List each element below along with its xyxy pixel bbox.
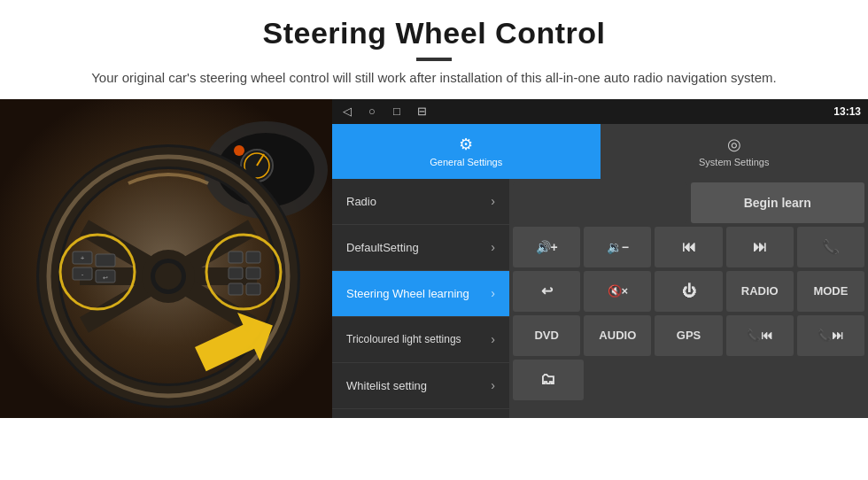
clock: 13:13 <box>833 105 861 118</box>
power-button[interactable]: ⏻ <box>655 271 722 312</box>
vol-down-icon: 🔉− <box>607 240 629 254</box>
ctrl-row-3: DVD AUDIO GPS 📞⏮ 📞⏭ <box>513 315 864 356</box>
dvd-button[interactable]: DVD <box>513 315 580 356</box>
menu-item-tricoloured-label: Tricoloured light settings <box>346 333 461 345</box>
mode-button[interactable]: MODE <box>797 271 864 312</box>
menu-list: Radio › DefaultSetting › Steering Wheel … <box>332 179 509 418</box>
svg-rect-29 <box>246 252 260 263</box>
svg-point-6 <box>234 145 244 156</box>
folder-icon: 🗂 <box>540 370 556 389</box>
tel-next-icon: 📞⏭ <box>818 329 843 342</box>
mute-icon: 🔇× <box>608 284 629 298</box>
next-track-button[interactable]: ⏭ <box>726 227 794 267</box>
header-description: Your original car's steering wheel contr… <box>18 68 850 89</box>
menu-item-radio-label: Radio <box>346 195 376 208</box>
content-area: Radio › DefaultSetting › Steering Wheel … <box>332 179 868 418</box>
tab-bar: ⚙ General Settings ◎ System Settings <box>332 124 868 179</box>
audio-button[interactable]: AUDIO <box>584 315 651 356</box>
menu-item-steering[interactable]: Steering Wheel learning › <box>332 271 509 317</box>
chevron-icon: › <box>491 194 495 208</box>
menu-item-default[interactable]: DefaultSetting › <box>332 225 509 271</box>
header-divider <box>416 58 452 61</box>
page-title: Steering Wheel Control <box>18 16 850 50</box>
prev-track-button[interactable]: ⏮ <box>655 227 722 267</box>
tab-system-settings[interactable]: ◎ System Settings <box>601 124 869 179</box>
recents-nav-icon[interactable]: □ <box>389 104 405 120</box>
radio-label: RADIO <box>741 284 779 298</box>
dvd-label: DVD <box>534 329 558 342</box>
menu-item-default-label: DefaultSetting <box>346 241 419 254</box>
tab-general-settings[interactable]: ⚙ General Settings <box>332 124 601 179</box>
svg-text:-: - <box>81 270 84 278</box>
chevron-icon: › <box>491 286 495 300</box>
empty-slot-btn <box>513 182 687 223</box>
menu-item-steering-label: Steering Wheel learning <box>346 287 469 300</box>
tel-prev-button[interactable]: 📞⏮ <box>726 315 794 356</box>
tel-next-button[interactable]: 📞⏭ <box>797 315 864 356</box>
ctrl-row-1: 🔊+ 🔉− ⏮ ⏭ 📞 <box>513 227 864 267</box>
svg-rect-33 <box>246 283 260 295</box>
nav-buttons: ◁ ○ □ ⊟ <box>339 104 430 120</box>
general-settings-icon: ⚙ <box>459 135 473 154</box>
gps-label: GPS <box>677 329 701 342</box>
back-nav-icon[interactable]: ◁ <box>339 104 355 120</box>
svg-rect-24 <box>96 254 115 267</box>
status-bar: ◁ ○ □ ⊟ 13:13 <box>332 99 868 124</box>
svg-rect-31 <box>246 267 260 279</box>
svg-rect-30 <box>229 267 243 279</box>
menu-item-whitelist-label: Whitelist setting <box>346 379 427 392</box>
svg-text:+: + <box>81 254 85 262</box>
tab-general-label: General Settings <box>430 157 502 167</box>
svg-point-18 <box>155 263 182 290</box>
main-content: + - ↩ <box>0 99 868 418</box>
menu-item-whitelist[interactable]: Whitelist setting › <box>332 363 509 409</box>
android-panel: ◁ ○ □ ⊟ 13:13 ⚙ General Settings ◎ Syste… <box>332 99 868 418</box>
phone-button[interactable]: 📞 <box>797 227 864 267</box>
tab-system-label: System Settings <box>699 157 769 167</box>
vol-up-icon: 🔊+ <box>536 240 558 254</box>
control-panel: Begin learn 🔊+ 🔉− ⏮ ⏭ <box>509 179 868 418</box>
chevron-icon: › <box>491 378 495 392</box>
home-nav-icon[interactable]: ○ <box>364 104 380 120</box>
svg-rect-28 <box>229 252 243 263</box>
page-header: Steering Wheel Control Your original car… <box>0 0 868 99</box>
svg-rect-32 <box>229 283 243 295</box>
prev-track-icon: ⏮ <box>682 239 696 255</box>
folder-button[interactable]: 🗂 <box>513 360 584 400</box>
ctrl-row-0: Begin learn <box>513 182 864 223</box>
ctrl-row-4: 🗂 <box>513 360 864 400</box>
chevron-icon: › <box>491 332 495 346</box>
menu-nav-icon[interactable]: ⊟ <box>414 104 430 120</box>
begin-learn-button[interactable]: Begin learn <box>691 182 865 223</box>
vol-up-button[interactable]: 🔊+ <box>513 227 580 267</box>
phone-icon: 📞 <box>822 238 840 255</box>
system-settings-icon: ◎ <box>727 135 741 154</box>
chevron-icon: › <box>491 240 495 254</box>
gps-button[interactable]: GPS <box>655 315 722 356</box>
hang-up-icon: ↩ <box>541 283 553 299</box>
power-icon: ⏻ <box>682 283 696 299</box>
svg-text:↩: ↩ <box>103 275 108 281</box>
hang-up-button[interactable]: ↩ <box>513 271 580 312</box>
radio-button[interactable]: RADIO <box>726 271 794 312</box>
next-track-icon: ⏭ <box>753 239 767 255</box>
tel-prev-icon: 📞⏮ <box>747 329 772 342</box>
menu-item-tricoloured[interactable]: Tricoloured light settings › <box>332 317 509 363</box>
audio-label: AUDIO <box>599 329 636 342</box>
vol-down-button[interactable]: 🔉− <box>584 227 651 267</box>
ctrl-row-2: ↩ 🔇× ⏻ RADIO MODE <box>513 271 864 312</box>
mode-label: MODE <box>813 284 848 298</box>
menu-item-radio[interactable]: Radio › <box>332 179 509 225</box>
mute-button[interactable]: 🔇× <box>584 271 651 312</box>
steering-wheel-image: + - ↩ <box>0 99 332 418</box>
